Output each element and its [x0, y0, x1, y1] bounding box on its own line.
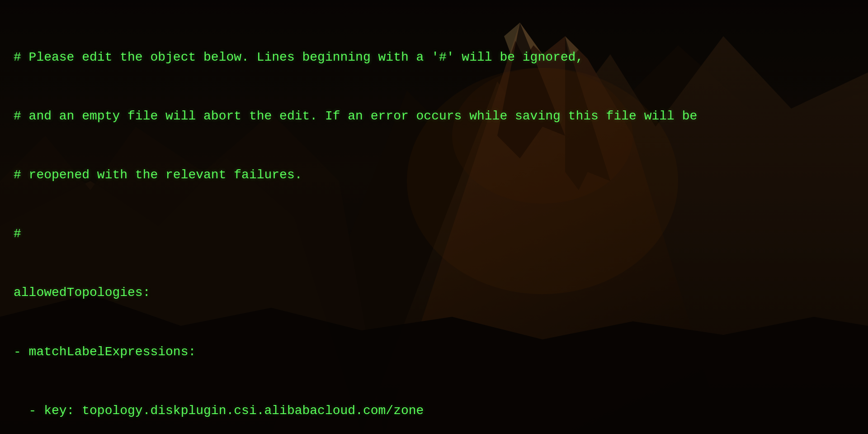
- code-line-2: # and an empty file will abort the edit.…: [14, 106, 854, 126]
- code-line-1: # Please edit the object below. Lines be…: [14, 48, 854, 67]
- code-line-7: - key: topology.diskplugin.csi.alibabacl…: [14, 401, 854, 420]
- code-editor[interactable]: # Please edit the object below. Lines be…: [14, 8, 854, 434]
- code-line-6: - matchLabelExpressions:: [14, 342, 854, 362]
- code-line-3: # reopened with the relevant failures.: [14, 165, 854, 185]
- editor-container: # Please edit the object below. Lines be…: [0, 0, 868, 434]
- code-line-4: #: [14, 224, 854, 243]
- code-line-5: allowedTopologies:: [14, 283, 854, 302]
